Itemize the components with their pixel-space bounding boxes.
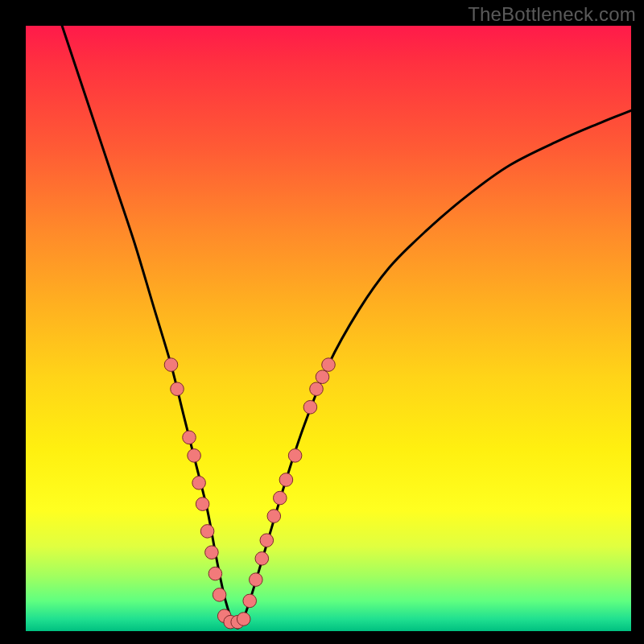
data-marker — [171, 382, 184, 396]
data-marker — [188, 449, 201, 463]
data-marker — [267, 510, 281, 523]
data-marker — [255, 552, 269, 566]
data-marker — [164, 358, 178, 372]
data-marker — [288, 449, 302, 463]
data-marker — [316, 370, 329, 384]
data-marker — [279, 473, 293, 487]
data-marker — [192, 477, 206, 490]
data-marker — [274, 491, 287, 505]
data-marker — [310, 382, 324, 396]
data-marker — [183, 431, 196, 444]
data-marker — [196, 497, 209, 511]
data-marker — [243, 594, 257, 608]
watermark-text: TheBottleneck.com — [468, 3, 636, 26]
data-marker — [200, 525, 214, 539]
data-marker — [208, 567, 222, 580]
data-marker — [322, 358, 336, 372]
data-marker — [260, 534, 274, 547]
data-marker — [213, 588, 226, 602]
data-marker — [250, 573, 263, 587]
bottleneck-curve — [62, 26, 631, 628]
data-markers — [164, 358, 335, 629]
chart-svg — [26, 26, 631, 631]
chart-frame: TheBottleneck.com — [0, 0, 644, 644]
data-marker — [237, 613, 250, 626]
data-marker — [205, 546, 219, 559]
plot-area — [26, 26, 631, 631]
data-marker — [303, 401, 317, 415]
